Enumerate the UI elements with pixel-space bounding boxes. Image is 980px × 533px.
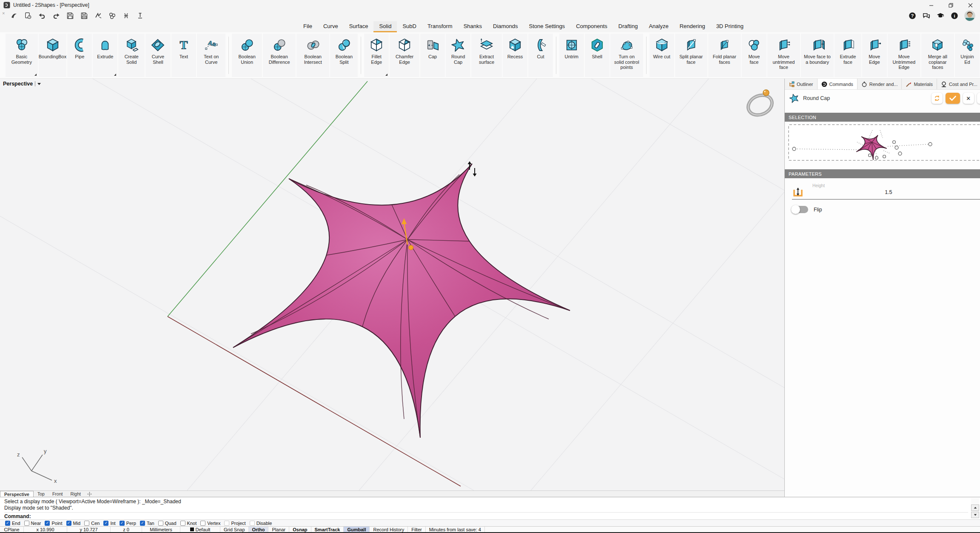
panel-tab-materials[interactable]: Materials (902, 79, 937, 89)
viewport-tab-right[interactable]: Right (66, 491, 85, 497)
ribbon-item-extrude-face[interactable]: Extrude face (835, 34, 861, 77)
osnap-checkbox-int[interactable]: ✓ (103, 521, 108, 526)
osnap-item-project[interactable]: Project (224, 521, 245, 526)
viewport-label[interactable]: Perspective (3, 81, 41, 87)
ribbon-item-move-face-to-a-boundary[interactable]: Move face to a boundary (801, 34, 834, 77)
save-copy-icon[interactable] (80, 12, 88, 20)
menu-tab-3d-printing[interactable]: 3D Printing (711, 21, 749, 32)
ribbon-item-merge-all-coplanar-faces[interactable]: Merge all coplanar faces (921, 34, 954, 77)
status-toggle-filter[interactable]: Filter (408, 527, 425, 532)
ribbon-item-boolean-union[interactable]: Boolean Union (232, 34, 262, 77)
osnap-checkbox-end[interactable]: ✓ (5, 521, 10, 526)
osnap-item-tan[interactable]: ✓Tan (140, 521, 154, 526)
status-toggle-smarttrack[interactable]: SmartTrack (311, 527, 344, 532)
osnap-item-vertex[interactable]: Vertex (200, 521, 220, 526)
menu-tab-drafting[interactable]: Drafting (613, 21, 644, 32)
info-icon[interactable]: i (951, 12, 958, 20)
status-toggle-osnap[interactable]: Osnap (289, 527, 311, 532)
ribbon-item-boundingbox[interactable]: BoundingBox (39, 34, 67, 77)
menu-tab-surface[interactable]: Surface (344, 21, 374, 32)
ribbon-item-fillet-edge[interactable]: Fillet Edge (364, 34, 389, 77)
cancel-button[interactable]: ✕ (963, 93, 974, 104)
status-cplane[interactable]: CPlane (0, 527, 24, 532)
command-history-area[interactable]: Select a display mode ( Viewport=Active … (0, 497, 980, 519)
panel-tab-render-and[interactable]: Render and... (858, 79, 902, 89)
menu-tab-solid[interactable]: Solid (373, 21, 397, 32)
pan-views-icon[interactable] (85, 491, 94, 497)
menu-tab-subd[interactable]: SubD (397, 21, 422, 32)
command-scrollbar[interactable] (971, 498, 979, 518)
chat-icon[interactable] (923, 12, 930, 20)
osnap-checkbox-disable[interactable] (250, 521, 255, 526)
osnap-item-end[interactable]: ✓End (5, 521, 20, 526)
sketch-icon[interactable] (94, 12, 102, 20)
undo-icon[interactable] (38, 12, 46, 20)
menu-tab-curve[interactable]: Curve (318, 21, 344, 32)
ribbon-item-move-edge[interactable]: Move Edge (862, 34, 887, 77)
brush-stroke-icon[interactable] (10, 12, 18, 20)
help-button[interactable]: ? (977, 93, 980, 104)
gems-icon[interactable] (108, 12, 116, 20)
dropdown-corner-icon[interactable] (34, 74, 37, 76)
status-active-layer[interactable]: Default (180, 527, 220, 532)
ribbon-item-text-on-curve[interactable]: AaText on Curve (197, 34, 226, 77)
ribbon-item-wire-cut[interactable]: Wire cut (650, 34, 674, 77)
menu-tab-shanks[interactable]: Shanks (458, 21, 487, 32)
status-toggle-gumball[interactable]: Gumball (344, 527, 370, 532)
osnap-checkbox-cen[interactable] (84, 521, 89, 526)
ribbon-item-unjoin-ed[interactable]: Unjoin Ed (955, 34, 980, 77)
menu-tab-transform[interactable]: Transform (422, 21, 458, 32)
panel-tab-cost-and-pr[interactable]: Cost and Pr... (937, 79, 980, 89)
ribbon-item-turn-on-solid-control-points[interactable]: Turn on solid control points (610, 34, 643, 77)
ribbon-item-create-solid[interactable]: Create Solid (118, 34, 145, 77)
prong-icon[interactable] (122, 12, 130, 20)
ribbon-item-cut[interactable]: Cut (528, 34, 553, 77)
parameters-section-header[interactable]: PARAMETERS (785, 169, 980, 178)
osnap-checkbox-tan[interactable]: ✓ (140, 521, 145, 526)
ribbon-item-pipe[interactable]: Pipe (67, 34, 92, 77)
ribbon-item-split-planar-face[interactable]: Split planar face (675, 34, 707, 77)
menu-tab-analyze[interactable]: Analyze (643, 21, 674, 32)
viewport-tab-top[interactable]: Top (34, 491, 48, 497)
osnap-checkbox-quad[interactable] (158, 521, 163, 526)
menu-tab-file[interactable]: File (298, 21, 318, 32)
repeat-button[interactable] (932, 93, 943, 104)
ribbon-item-cap[interactable]: Cap (420, 34, 445, 77)
osnap-item-quad[interactable]: Quad (158, 521, 177, 526)
ribbon-item-basic-geometry[interactable]: Basic Geometry (6, 34, 38, 77)
perspective-scene[interactable]: x y z (0, 79, 784, 490)
restore-icon[interactable] (941, 0, 960, 10)
ribbon-item-text[interactable]: TText (171, 34, 196, 77)
help-icon[interactable]: ? (909, 12, 916, 20)
dropdown-corner-icon[interactable] (114, 74, 116, 76)
ribbon-item-fold-planar-faces[interactable]: Fold planar faces (708, 34, 741, 77)
ribbon-item-extract-surface[interactable]: Extract surface (471, 34, 502, 77)
viewport-tab-front[interactable]: Front (48, 491, 67, 497)
osnap-checkbox-vertex[interactable] (200, 521, 205, 526)
status-toggle-planar[interactable]: Planar (268, 527, 289, 532)
selection-section-header[interactable]: SELECTION (785, 113, 980, 122)
toolbar-close-icon[interactable]: × (2, 11, 5, 16)
ribbon-item-extrude[interactable]: Extrude (93, 34, 117, 77)
panel-tab-commands[interactable]: Commands (818, 79, 858, 89)
dropdown-corner-icon[interactable] (385, 74, 387, 76)
viewport-tab-perspective[interactable]: Perspective (0, 491, 34, 497)
ribbon-item-move-untrimmed-edge[interactable]: Move Untrimmed Edge (888, 34, 920, 77)
ribbon-item-boolean-intersect[interactable]: Boolean Intersect (296, 34, 329, 77)
scroll-up-icon[interactable] (971, 504, 979, 511)
ribbon-item-curve-shell[interactable]: Curve Shell (145, 34, 171, 77)
command-prompt[interactable]: Command: (4, 512, 968, 520)
status-toggle-ortho[interactable]: Ortho (249, 527, 269, 532)
ribbon-item-boolean-split[interactable]: Boolean Split (330, 34, 358, 77)
menu-tab-rendering[interactable]: Rendering (674, 21, 711, 32)
osnap-item-mid[interactable]: ✓Mid (66, 521, 81, 526)
osnap-item-point[interactable]: ✓Point (45, 521, 62, 526)
osnap-checkbox-project[interactable] (224, 521, 229, 526)
file-history-icon[interactable] (24, 12, 32, 20)
menu-tab-stone-settings[interactable]: Stone Settings (524, 21, 571, 32)
osnap-checkbox-knot[interactable] (180, 521, 185, 526)
user-avatar[interactable] (965, 11, 975, 21)
ribbon-item-boolean-difference[interactable]: Boolean Difference (263, 34, 296, 77)
scroll-down-icon[interactable] (971, 512, 979, 518)
stand-icon[interactable] (137, 12, 144, 20)
